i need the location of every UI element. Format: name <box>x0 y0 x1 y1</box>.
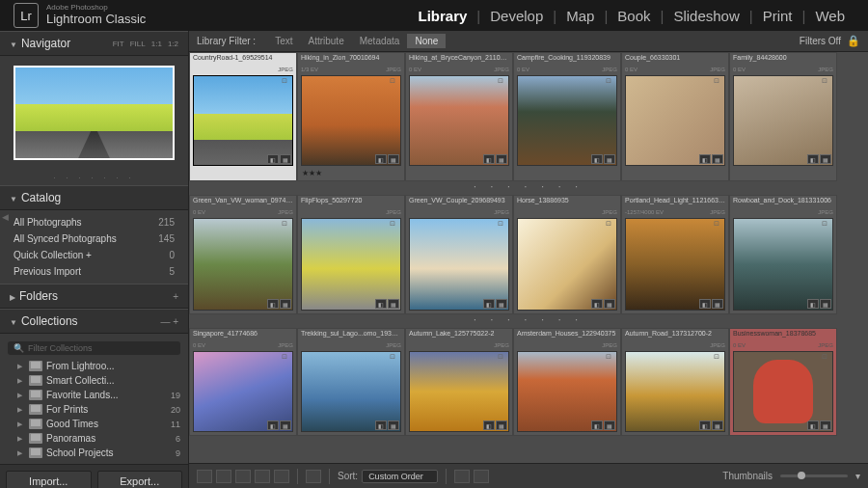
loupe-view-icon[interactable] <box>216 470 231 483</box>
cell-rating[interactable] <box>622 169 728 180</box>
collections-minus-icon[interactable]: — <box>160 316 170 327</box>
badge-icon[interactable]: ◧ <box>807 154 819 164</box>
import-button[interactable]: Import... <box>6 471 92 488</box>
grid-cell[interactable]: Couple_663303010 EVJPEG⊡◧▦ <box>621 52 729 181</box>
badge-icon[interactable]: ▦ <box>820 154 831 164</box>
export-button[interactable]: Export... <box>97 471 183 488</box>
badge-icon[interactable]: ◧ <box>807 420 819 430</box>
badge-icon[interactable]: ◧ <box>267 154 279 164</box>
badge-icon[interactable]: ▦ <box>496 154 507 164</box>
filter-tab-text[interactable]: Text <box>267 34 300 48</box>
badge-icon[interactable]: ◧ <box>267 420 279 430</box>
grid-cell[interactable]: Horse_13886935JPEG⊡◧▦ <box>513 195 621 314</box>
flag-reject-icon[interactable] <box>474 470 489 483</box>
grid-cell[interactable]: Amsterdam_Houses_122940375JPEG⊡◧▦ <box>513 328 621 436</box>
grid-cell[interactable]: Hiking_at_BryceCanyon_2110158700 EVJPEG⊡… <box>405 52 513 181</box>
thumbnail-size-slider[interactable] <box>780 474 848 477</box>
badge-icon[interactable]: ◧ <box>591 154 603 164</box>
left-collapse-icon[interactable]: ◀ <box>2 212 9 222</box>
badge-icon[interactable]: ◧ <box>483 420 495 430</box>
badge-icon[interactable]: ◧ <box>699 299 711 309</box>
survey-view-icon[interactable] <box>255 470 270 483</box>
zoom-FILL[interactable]: FILL <box>130 40 146 48</box>
grid-view-icon[interactable] <box>197 470 212 483</box>
grid-cell[interactable]: Businesswoman_183786850 EVJPEG⊡◧▦ <box>729 328 837 436</box>
badge-icon[interactable]: ▦ <box>388 420 399 430</box>
zoom-1:1[interactable]: 1:1 <box>151 40 162 48</box>
cell-rating[interactable] <box>730 169 836 180</box>
module-library[interactable]: Library <box>408 8 476 24</box>
grid-cell[interactable]: Rowboat_and_Dock_181331006JPEG⊡◧▦ <box>729 195 837 314</box>
badge-icon[interactable]: ◧ <box>267 299 279 309</box>
collection-item[interactable]: ▶For Prints20 <box>0 402 188 417</box>
flag-pick-icon[interactable] <box>454 470 470 483</box>
catalog-item[interactable]: All Synced Photographs145 <box>0 230 188 247</box>
module-map[interactable]: Map <box>556 8 604 24</box>
badge-icon[interactable]: ▦ <box>604 154 615 164</box>
filter-tab-metadata[interactable]: Metadata <box>352 34 408 48</box>
badge-icon[interactable]: ◧ <box>699 154 711 164</box>
badge-icon[interactable]: ▦ <box>280 420 291 430</box>
people-view-icon[interactable] <box>274 470 289 483</box>
folders-add-icon[interactable]: + <box>173 291 178 302</box>
badge-icon[interactable]: ▦ <box>280 154 291 164</box>
catalog-item[interactable]: Previous Import5 <box>0 263 188 280</box>
painter-icon[interactable] <box>306 470 321 483</box>
badge-icon[interactable]: ◧ <box>699 420 711 430</box>
badge-icon[interactable]: ▦ <box>820 299 831 309</box>
module-web[interactable]: Web <box>805 8 854 24</box>
zoom-FIT[interactable]: FIT <box>113 40 124 48</box>
badge-icon[interactable]: ◧ <box>483 299 495 309</box>
badge-icon[interactable]: ▦ <box>496 299 507 309</box>
grid-cell[interactable]: Campfire_Cooking_1193208390 EVJPEG⊡◧▦ <box>513 52 621 181</box>
collection-item[interactable]: ▶School Projects9 <box>0 446 188 460</box>
badge-icon[interactable]: ◧ <box>591 299 603 309</box>
module-print[interactable]: Print <box>753 8 802 24</box>
collections-search[interactable]: 🔍 Filter Collections <box>8 341 180 355</box>
filters-off-label[interactable]: Filters Off <box>800 36 841 46</box>
toolbar-chevron-icon[interactable]: ▾ <box>855 471 860 481</box>
cell-rating[interactable] <box>190 169 296 180</box>
badge-icon[interactable]: ◧ <box>807 299 819 309</box>
collections-add-icon[interactable]: + <box>173 316 178 327</box>
badge-icon[interactable]: ◧ <box>591 420 603 430</box>
grid-cell[interactable]: Hiking_in_Zion_700106941/3 EVJPEG⊡◧▦★★★ <box>297 52 405 181</box>
filter-tab-attribute[interactable]: Attribute <box>300 34 351 48</box>
folders-header[interactable]: ▶Folders + <box>0 284 188 309</box>
badge-icon[interactable]: ◧ <box>375 154 387 164</box>
badge-icon[interactable]: ◧ <box>483 154 495 164</box>
collection-item[interactable]: ▶Favorite Lands...19 <box>0 388 188 402</box>
grid-cell[interactable]: Autumn_Road_137312700-2JPEG⊡◧▦ <box>621 328 729 436</box>
badge-icon[interactable]: ▦ <box>712 420 723 430</box>
badge-icon[interactable]: ▦ <box>280 299 291 309</box>
module-develop[interactable]: Develop <box>480 8 553 24</box>
module-slideshow[interactable]: Slideshow <box>664 8 748 24</box>
navigator-zoom[interactable]: FITFILL1:11:2 <box>113 40 178 48</box>
grid-cell[interactable]: Family_844286000 EVJPEG⊡◧▦ <box>729 52 837 181</box>
cell-rating[interactable] <box>406 169 512 180</box>
catalog-header[interactable]: ▼Catalog <box>0 185 188 210</box>
grid-cell[interactable]: Green_VW_Couple_209689493JPEG⊡◧▦ <box>405 195 513 314</box>
module-book[interactable]: Book <box>608 8 660 24</box>
grid-cell[interactable]: Trekking_sul_Lago...omo_193948254JPEG⊡◧▦ <box>297 328 405 436</box>
grid-cell[interactable]: Green_Van_VW_woman_097417970 EVJPEG⊡◧▦ <box>189 195 297 314</box>
grid-cell[interactable]: CountryRoad-1_69529514JPEG⊡◧▦ <box>189 52 297 181</box>
cell-rating[interactable] <box>514 169 620 180</box>
catalog-item[interactable]: Quick Collection +0 <box>0 247 188 263</box>
badge-icon[interactable]: ▦ <box>712 154 723 164</box>
grid-cell[interactable]: Autumn_Lake_125775022-2JPEG⊡◧▦ <box>405 328 513 436</box>
collection-item[interactable]: ▶From Lightroo... <box>0 359 188 373</box>
navigator-header[interactable]: ▼Navigator FITFILL1:11:2 <box>0 31 188 56</box>
collection-item[interactable]: ▶Good Times11 <box>0 417 188 431</box>
badge-icon[interactable]: ▦ <box>388 154 399 164</box>
compare-view-icon[interactable] <box>235 470 251 483</box>
badge-icon[interactable]: ▦ <box>604 420 615 430</box>
grid-cell[interactable]: Portland_Head_Light_112166324-1257/4000 … <box>621 195 729 314</box>
badge-icon[interactable]: ▦ <box>388 299 399 309</box>
sort-dropdown[interactable]: Custom Order <box>362 470 438 483</box>
badge-icon[interactable]: ▦ <box>604 299 615 309</box>
badge-icon[interactable]: ▦ <box>820 420 831 430</box>
badge-icon[interactable]: ▦ <box>496 420 507 430</box>
badge-icon[interactable]: ◧ <box>375 299 387 309</box>
collection-item[interactable]: ▶Panoramas6 <box>0 431 188 446</box>
